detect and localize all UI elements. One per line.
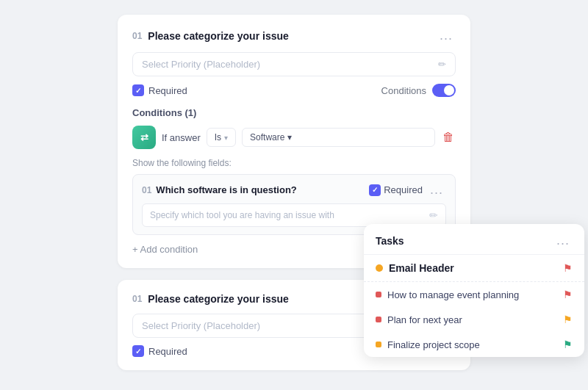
sub-question-actions: Required ... <box>369 182 446 198</box>
card-options-button-1[interactable]: ... <box>437 28 456 43</box>
software-select-value: Software <box>250 132 284 142</box>
if-answer-label: If answer <box>162 132 201 143</box>
tasks-panel-header: Tasks ... <box>364 224 584 255</box>
sub-edit-icon: ✏ <box>429 209 438 221</box>
task-priority-dot-3 <box>376 342 381 347</box>
conditions-text-1: Conditions <box>381 85 426 96</box>
email-header-flag-icon: ⚑ <box>563 262 573 274</box>
sub-question-header: 01 Which software is in question? Requir… <box>142 182 446 198</box>
required-left-1: Required <box>132 84 187 96</box>
sub-question-placeholder: Specify which tool you are having an iss… <box>150 210 334 220</box>
card-title-row-1: 01 Please categorize your issue <box>132 30 289 42</box>
software-select[interactable]: Software ▾ <box>242 128 435 147</box>
task-item-left-1: How to manage event planning <box>376 289 519 300</box>
sub-step-number: 01 <box>142 185 151 195</box>
sub-required-checkbox[interactable] <box>369 184 381 196</box>
step-number-2: 01 <box>132 294 142 304</box>
task-text-3: Finalize project scope <box>387 339 480 350</box>
conditions-toggle-1[interactable] <box>432 84 456 97</box>
email-header-row[interactable]: Email Header ⚑ <box>364 255 584 282</box>
task-item-left-3: Finalize project scope <box>376 339 480 350</box>
required-label-1: Required <box>148 85 187 96</box>
required-checkbox-2[interactable] <box>132 345 144 357</box>
tasks-panel-title: Tasks <box>376 235 404 247</box>
task-text-2: Plan for next year <box>387 314 462 325</box>
is-select[interactable]: Is ▾ <box>207 128 236 147</box>
task-flag-icon-3: ⚑ <box>563 339 573 350</box>
task-item-1[interactable]: How to manage event planning ⚑ <box>364 282 584 307</box>
sub-question-left: 01 Which software is in question? <box>142 184 297 195</box>
conditions-title: Conditions (1) <box>132 107 456 118</box>
card-title-2: Please categorize your issue <box>148 293 288 305</box>
task-item-3[interactable]: Finalize project scope ⚑ <box>364 332 584 357</box>
sub-question-options-button[interactable]: ... <box>427 182 446 198</box>
edit-icon-1: ✏ <box>438 59 446 70</box>
priority-placeholder-2: Select Priority (Placeholder) <box>142 320 260 331</box>
email-header-title: Email Header <box>389 262 454 274</box>
card-title-row-2: 01 Please categorize your issue <box>132 293 289 305</box>
card-header-1: 01 Please categorize your issue ... <box>132 28 456 43</box>
delete-condition-button[interactable]: 🗑 <box>441 129 456 145</box>
required-label-2: Required <box>148 346 187 357</box>
required-row-1: Required Conditions <box>132 84 456 97</box>
tasks-options-button[interactable]: ... <box>553 233 573 248</box>
add-condition-label: + Add condition <box>132 244 198 255</box>
condition-type-icon: ⇄ <box>132 126 156 149</box>
task-priority-dot-1 <box>376 292 381 297</box>
condition-icon-symbol: ⇄ <box>140 132 148 143</box>
tasks-panel: Tasks ... Email Header ⚑ How to manage e… <box>364 224 584 357</box>
task-text-1: How to manage event planning <box>387 289 519 300</box>
conditions-right-1: Conditions <box>381 84 456 97</box>
sub-question-title: Which software is in question? <box>156 184 296 195</box>
condition-row: ⇄ If answer Is ▾ Software ▾ 🗑 <box>132 126 456 149</box>
is-chevron-icon: ▾ <box>224 134 228 142</box>
card-title-1: Please categorize your issue <box>148 30 288 42</box>
priority-select-1[interactable]: Select Priority (Placeholder) ✏ <box>132 52 456 76</box>
task-priority-dot-2 <box>376 317 381 322</box>
task-flag-icon-2: ⚑ <box>563 314 573 325</box>
priority-placeholder-1: Select Priority (Placeholder) <box>142 59 260 70</box>
task-item-left-2: Plan for next year <box>376 314 462 325</box>
step-number-1: 01 <box>132 31 142 41</box>
email-header-left: Email Header <box>376 262 454 274</box>
email-status-dot <box>376 264 383 272</box>
show-fields-label: Show the following fields: <box>132 158 456 168</box>
task-item-2[interactable]: Plan for next year ⚑ <box>364 307 584 332</box>
software-chevron-icon: ▾ <box>287 132 292 142</box>
required-left-2: Required <box>132 345 187 357</box>
required-checkbox-1[interactable] <box>132 84 144 96</box>
task-flag-icon-1: ⚑ <box>563 289 573 300</box>
sub-required-badge: Required <box>369 184 423 196</box>
sub-required-label: Required <box>384 184 423 195</box>
is-select-value: Is <box>215 132 221 142</box>
